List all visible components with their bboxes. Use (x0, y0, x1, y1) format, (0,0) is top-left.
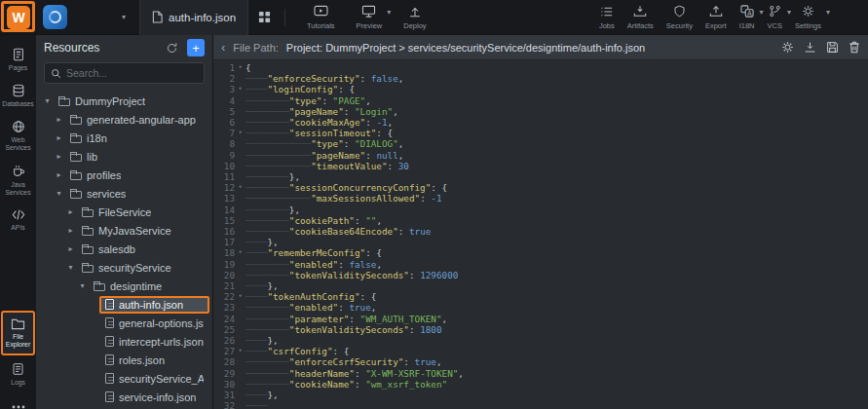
code-line[interactable]: 10────────────"timeoutValue": 30 (213, 161, 868, 171)
settings-button[interactable]: ▾ Settings (795, 5, 821, 30)
download-icon[interactable] (804, 41, 816, 54)
deploy-button[interactable]: Deploy (403, 5, 426, 30)
tree-item-roles.json[interactable]: roles.json (36, 351, 212, 369)
tree-item-lib[interactable]: ▸ lib (36, 147, 212, 166)
sidebar-item-java-services[interactable]: Java Services (1, 160, 35, 202)
code-line[interactable]: 20────────"tokenValiditySeconds": 129600… (213, 270, 868, 280)
tree-caret-icon[interactable]: ▸ (54, 152, 64, 161)
refresh-icon[interactable] (166, 42, 178, 55)
delete-trash-icon[interactable] (849, 41, 860, 54)
code-line[interactable]: 19────────"enabled": false, (213, 259, 868, 270)
i18n-button[interactable]: A ▾ I18N (739, 5, 755, 30)
code-line[interactable]: 1▾{ (213, 62, 868, 73)
jobs-button[interactable]: Jobs (599, 5, 615, 30)
code-text[interactable]: ────────"pageName": "Login", (245, 106, 868, 117)
code-text[interactable]: ────"rememberMeConfig": { (245, 247, 868, 258)
i18n-caret-icon[interactable]: ▾ (759, 9, 763, 17)
tree-item-i18n[interactable]: ▸ i18n (36, 129, 212, 147)
fold-marker[interactable]: ▾ (235, 291, 245, 302)
tree-item-services[interactable]: ▾ services (36, 184, 212, 203)
code-text[interactable]: ────}, (245, 335, 868, 346)
code-line[interactable]: 23────────"enabled": true, (213, 302, 868, 313)
fold-marker[interactable]: ▾ (235, 182, 245, 193)
tree-caret-icon[interactable]: ▸ (54, 170, 64, 179)
fold-marker[interactable]: ▾ (235, 346, 245, 356)
code-text[interactable]: ────────"enforceCsrfSecurity": true, (245, 356, 868, 367)
settings-gear-icon[interactable] (781, 41, 794, 54)
code-text[interactable]: ────"enforceSecurity": false, (245, 73, 868, 84)
tree-caret-icon[interactable]: ▸ (65, 244, 76, 253)
code-text[interactable]: ────────}, (245, 204, 868, 215)
code-text[interactable]: ────────"enabled": false, (245, 259, 868, 270)
code-line[interactable]: 2────"enforceSecurity": false, (213, 73, 868, 84)
sidebar-item-databases[interactable]: Databases (1, 79, 35, 113)
save-icon[interactable] (826, 41, 839, 54)
code-text[interactable]: ────────}, (245, 171, 868, 182)
code-text[interactable]: ────────"cookieMaxAge": -1, (245, 117, 868, 128)
code-text[interactable]: ────"loginConfig": { (245, 84, 868, 94)
code-line[interactable]: 29────────"headerName": "X-WM-XSRF-TOKEN… (213, 368, 868, 379)
code-text[interactable]: ────"csrfConfig": { (245, 346, 868, 356)
fold-marker[interactable]: ▾ (235, 84, 245, 94)
code-area[interactable]: 1▾{2────"enforceSecurity": false,3▾────"… (213, 62, 868, 409)
artifacts-button[interactable]: Artifacts (627, 5, 654, 30)
code-line[interactable]: 14────────}, (213, 204, 868, 215)
code-text[interactable]: ────}, (245, 390, 868, 400)
code-line[interactable]: 8────────────"type": "DIALOG", (213, 138, 868, 149)
code-line[interactable]: 17────}, (213, 237, 868, 247)
code-text[interactable]: ────────"tokenValiditySeconds": 1296000 (245, 270, 868, 280)
tree-caret-icon[interactable]: ▾ (42, 96, 53, 105)
tree-item-generated-angular-app[interactable]: ▸ generated-angular-app (36, 110, 212, 129)
code-text[interactable]: ────────"sessionConcurrencyConfig": { (245, 182, 868, 193)
code-text[interactable]: ────────"cookieName": "wm_xsrf_token" (245, 379, 868, 390)
add-resource-button[interactable]: + (187, 39, 205, 56)
code-line[interactable]: 7▾────────"sessionTimeout": { (213, 128, 868, 138)
code-text[interactable]: ────}, (245, 237, 868, 247)
tree-caret-icon[interactable]: ▸ (65, 226, 76, 235)
code-text[interactable]: ────"tokenAuthConfig": { (245, 291, 868, 302)
code-text[interactable]: ────────"headerName": "X-WM-XSRF-TOKEN", (245, 368, 868, 379)
search-input[interactable] (66, 67, 198, 79)
code-line[interactable]: 31────}, (213, 390, 868, 400)
code-text[interactable]: ────────────"type": "DIALOG", (245, 138, 868, 149)
code-text[interactable]: ────────"sessionTimeout": { (245, 128, 868, 138)
code-line[interactable]: 32──── (213, 400, 868, 409)
code-text[interactable]: ────────"parameter": "WM_AUTH_TOKEN", (245, 314, 868, 324)
fold-marker[interactable]: ▾ (235, 128, 245, 138)
project-menu-caret-icon[interactable]: ▾ (122, 14, 126, 21)
sidebar-item-file-explorer[interactable]: File Explorer (1, 311, 35, 355)
security-button[interactable]: Security (666, 5, 693, 30)
tree-caret-icon[interactable]: ▸ (65, 207, 76, 216)
export-button[interactable]: Export (705, 5, 727, 30)
code-text[interactable]: ────────────"timeoutValue": 30 (245, 161, 868, 171)
code-line[interactable]: 16────────"cookieBase64Encode": true (213, 226, 868, 237)
settings-caret-icon[interactable]: ▾ (826, 9, 830, 17)
code-text[interactable]: ────────"enabled": true, (245, 302, 868, 313)
code-line[interactable]: 9────────────"pageName": null, (213, 150, 868, 161)
app-logo[interactable]: W (0, 6, 37, 29)
vcs-caret-icon[interactable]: ▾ (787, 9, 791, 17)
code-text[interactable]: ──── (245, 400, 868, 409)
code-line[interactable]: 12▾────────"sessionConcurrencyConfig": { (213, 182, 868, 193)
code-line[interactable]: 22▾────"tokenAuthConfig": { (213, 291, 868, 302)
tutorials-button[interactable]: Tutorials (307, 5, 334, 30)
code-line[interactable]: 11────────}, (213, 171, 868, 182)
code-text[interactable]: ────────"tokenValiditySeconds": 1800 (245, 324, 868, 335)
code-text[interactable]: ────────────"maxSessionsAllowed": -1 (245, 193, 868, 204)
tree-caret-icon[interactable]: ▾ (65, 263, 76, 272)
code-text[interactable]: ────────"type": "PAGE", (245, 95, 868, 106)
code-text[interactable]: { (245, 62, 868, 73)
tree-item-FileService[interactable]: ▸ FileService (36, 203, 212, 221)
vcs-button[interactable]: ▾ VCS (767, 5, 781, 30)
tree-item-designtime[interactable]: ▾ designtime (36, 277, 212, 295)
sidebar-item-more[interactable] (1, 400, 35, 409)
code-line[interactable]: 28────────"enforceCsrfSecurity": true, (213, 356, 868, 367)
tree-item-intercept-urls.json[interactable]: intercept-urls.json (36, 332, 212, 351)
sidebar-item-logs[interactable]: Logs (1, 357, 35, 391)
tree-item-service-info.json[interactable]: service-info.json (36, 388, 212, 406)
code-line[interactable]: 13────────────"maxSessionsAllowed": -1 (213, 193, 868, 204)
fold-marker[interactable]: ▾ (235, 62, 245, 73)
code-line[interactable]: 24────────"parameter": "WM_AUTH_TOKEN", (213, 314, 868, 324)
tree-item-profiles[interactable]: ▸ profiles (36, 166, 212, 184)
sidebar-item-apis[interactable]: APIs (1, 204, 35, 237)
